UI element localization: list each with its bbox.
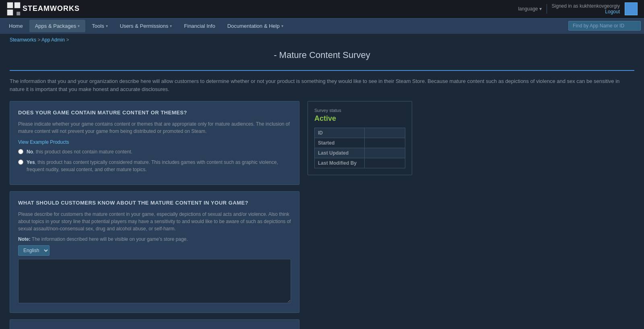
section-categories: DO THESE CATEGORIES APPLY TO YOUR GAME? … bbox=[10, 319, 299, 329]
id-label: ID bbox=[315, 128, 365, 138]
radio-yes-input[interactable] bbox=[18, 159, 23, 165]
status-row-started: Started bbox=[315, 138, 405, 148]
svg-rect-0 bbox=[7, 2, 13, 8]
radio-no-label[interactable]: No, this product does not contain mature… bbox=[27, 148, 132, 155]
id-value bbox=[364, 128, 405, 138]
section-mature-content: DOES YOUR GAME CONTAIN MATURE CONTENT OR… bbox=[10, 101, 299, 185]
nav-financial-info[interactable]: Financial Info bbox=[178, 20, 221, 32]
logout-link[interactable]: Logout bbox=[605, 9, 620, 14]
last-modified-by-value bbox=[364, 158, 405, 168]
page-title: - Mature Content Survey bbox=[10, 46, 634, 65]
nav-tools-label: Tools bbox=[92, 23, 104, 29]
breadcrumb-app-admin[interactable]: App Admin bbox=[41, 37, 65, 43]
steamworks-label: STEAMWORKS bbox=[23, 4, 80, 13]
radio-yes-desc: , this product has content typically con… bbox=[27, 159, 278, 172]
svg-rect-1 bbox=[14, 2, 20, 8]
steamworks-logo-icon bbox=[6, 2, 21, 16]
last-updated-value bbox=[364, 148, 405, 158]
language-select[interactable]: English bbox=[18, 245, 50, 256]
last-modified-by-label: Last Modified By bbox=[315, 158, 365, 168]
svg-rect-3 bbox=[17, 12, 20, 15]
section2-note: Note: The information described here wil… bbox=[18, 236, 291, 242]
radio-no-option: No, this product does not contain mature… bbox=[18, 148, 291, 155]
status-row-id: ID bbox=[315, 128, 405, 138]
right-column: Survey status Active ID Started Last Upd… bbox=[308, 101, 412, 175]
section1-description: Please indicate whether your game contai… bbox=[18, 120, 291, 135]
language-chevron-icon: ▾ bbox=[539, 6, 542, 12]
intro-text: The information that you and your organi… bbox=[10, 77, 634, 93]
top-bar-right: language ▾ Signed in as kukhtenkovgeorgi… bbox=[518, 2, 638, 15]
search-input[interactable] bbox=[568, 21, 641, 31]
language-dropdown[interactable]: language ▾ bbox=[518, 6, 541, 12]
section2-title: WHAT SHOULD CUSTOMERS KNOW ABOUT THE MAT… bbox=[18, 200, 291, 206]
status-row-last-modified-by: Last Modified By bbox=[315, 158, 405, 168]
radio-yes-strong: Yes bbox=[27, 159, 35, 165]
radio-no-desc: , this product does not contain mature c… bbox=[33, 149, 132, 155]
radio-yes-label[interactable]: Yes, this product has content typically … bbox=[27, 159, 291, 173]
tools-chevron-icon: ▾ bbox=[106, 24, 108, 28]
survey-status-label: Survey status bbox=[314, 108, 405, 113]
started-label: Started bbox=[315, 138, 365, 148]
signed-in-area: Signed in as kukhtenkovgeorgiy Logout bbox=[552, 3, 620, 14]
nav-tools[interactable]: Tools ▾ bbox=[86, 20, 113, 32]
radio-yes-option: Yes, this product has content typically … bbox=[18, 159, 291, 173]
last-updated-label: Last Updated bbox=[315, 148, 365, 158]
nav-apps-packages-label: Apps & Packages bbox=[35, 23, 76, 29]
section2-description: Please describe for customers the mature… bbox=[18, 211, 291, 232]
language-label: language bbox=[518, 6, 538, 12]
nav-users-permissions[interactable]: Users & Permissions ▾ bbox=[114, 20, 178, 32]
user-avatar bbox=[625, 2, 638, 15]
nav-users-permissions-label: Users & Permissions bbox=[120, 23, 169, 29]
note-label: Note: bbox=[18, 236, 31, 242]
breadcrumb: Steamworks > App Admin > bbox=[0, 34, 644, 46]
logo-area: STEAMWORKS bbox=[6, 2, 80, 16]
section-what-customers-know: WHAT SHOULD CUSTOMERS KNOW ABOUT THE MAT… bbox=[10, 191, 299, 313]
main-content: - Mature Content Survey The information … bbox=[0, 46, 644, 329]
radio-no-strong: No bbox=[27, 149, 33, 155]
top-bar: STEAMWORKS language ▾ Signed in as kukht… bbox=[0, 0, 644, 18]
status-table: ID Started Last Updated Last Modified By bbox=[314, 128, 405, 168]
note-text: The information described here will be v… bbox=[32, 236, 188, 242]
content-textarea[interactable] bbox=[18, 259, 291, 303]
survey-status-value: Active bbox=[314, 114, 405, 123]
apps-packages-chevron-icon: ▾ bbox=[78, 24, 80, 28]
svg-rect-2 bbox=[7, 9, 13, 15]
left-column: DOES YOUR GAME CONTAIN MATURE CONTENT OR… bbox=[10, 101, 299, 329]
view-example-products-link[interactable]: View Example Products bbox=[18, 139, 69, 145]
breadcrumb-separator2: > bbox=[66, 37, 69, 43]
users-permissions-chevron-icon: ▾ bbox=[170, 24, 172, 28]
divider bbox=[547, 4, 547, 14]
documentation-help-chevron-icon: ▾ bbox=[281, 24, 283, 28]
breadcrumb-steamworks[interactable]: Steamworks bbox=[10, 37, 36, 43]
content-layout: DOES YOUR GAME CONTAIN MATURE CONTENT OR… bbox=[10, 101, 634, 329]
nav-home[interactable]: Home bbox=[3, 20, 29, 32]
started-value bbox=[364, 138, 405, 148]
page-title-container: - Mature Content Survey bbox=[10, 46, 634, 71]
breadcrumb-separator1: > bbox=[37, 37, 41, 43]
status-row-last-updated: Last Updated bbox=[315, 148, 405, 158]
nav-apps-packages[interactable]: Apps & Packages ▾ bbox=[29, 20, 86, 32]
steam-logo: STEAMWORKS bbox=[6, 2, 80, 16]
nav-bar: Home Apps & Packages ▾ Tools ▾ Users & P… bbox=[0, 18, 644, 34]
nav-documentation-help-label: Documentation & Help bbox=[227, 23, 280, 29]
signed-in-text: Signed in as kukhtenkovgeorgiy bbox=[552, 3, 620, 9]
radio-no-input[interactable] bbox=[18, 149, 23, 154]
survey-status-card: Survey status Active ID Started Last Upd… bbox=[308, 101, 412, 175]
nav-documentation-help[interactable]: Documentation & Help ▾ bbox=[222, 20, 289, 32]
section1-title: DOES YOUR GAME CONTAIN MATURE CONTENT OR… bbox=[18, 110, 291, 116]
